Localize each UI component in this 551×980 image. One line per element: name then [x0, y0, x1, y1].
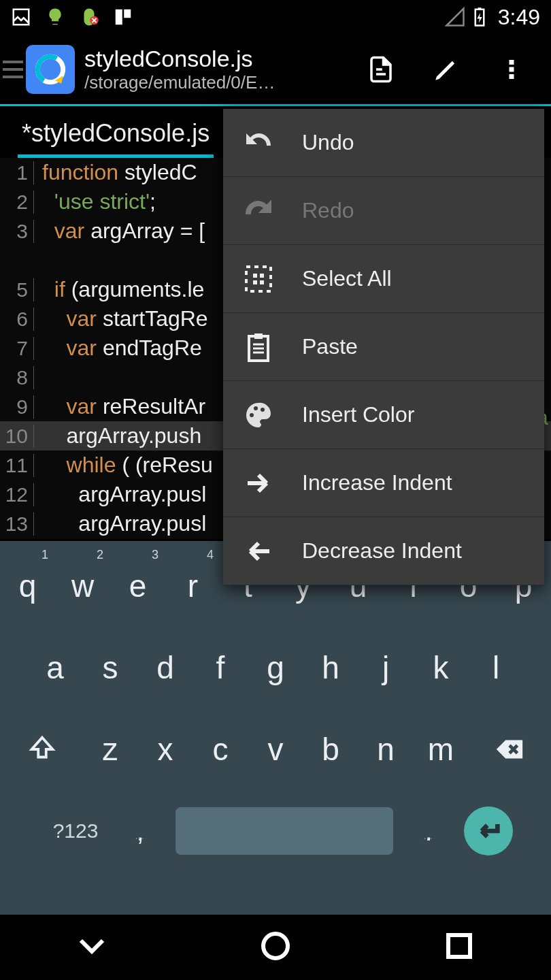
key-b[interactable]: b [303, 708, 358, 790]
line-number: 11 [0, 454, 34, 477]
status-time: 3:49 [498, 5, 540, 30]
navigation-bar [0, 915, 551, 980]
key-x[interactable]: x [138, 708, 193, 790]
menu-item-undo[interactable]: Undo [223, 109, 544, 177]
key-f[interactable]: f [193, 627, 248, 708]
menu-item-palette[interactable]: Insert Color [223, 381, 544, 449]
key-k[interactable]: k [414, 627, 469, 708]
code-text[interactable]: function styledC [34, 160, 197, 185]
edit-action-button[interactable] [414, 37, 479, 102]
nav-home-button[interactable] [259, 930, 292, 965]
svg-point-20 [261, 408, 265, 412]
selall-icon [242, 263, 275, 295]
menu-item-paste[interactable]: Paste [223, 313, 544, 381]
code-text[interactable]: if (arguments.le [34, 277, 204, 302]
key-d[interactable]: d [138, 627, 193, 708]
code-text[interactable]: while ( (reResu [34, 453, 213, 478]
menu-button[interactable] [0, 61, 23, 78]
key-a[interactable]: a [28, 627, 83, 708]
file-title: styledConsole.js [84, 46, 348, 72]
key-z[interactable]: z [83, 708, 138, 790]
key-c[interactable]: c [193, 708, 248, 790]
menu-item-label: Redo [302, 198, 354, 223]
menu-item-label: Select All [302, 266, 392, 291]
code-text[interactable]: var argArray = [ [34, 218, 205, 244]
right-icon [242, 467, 275, 500]
left-icon [242, 535, 275, 568]
code-text[interactable]: var reResultAr [34, 394, 205, 419]
paste-icon [242, 331, 275, 363]
menu-item-right[interactable]: Increase Indent [223, 449, 544, 517]
svg-rect-11 [246, 267, 271, 291]
bulb-icon [45, 7, 65, 27]
key-s[interactable]: s [83, 627, 138, 708]
svg-point-18 [250, 413, 254, 417]
line-number: 12 [0, 483, 34, 506]
svg-rect-13 [260, 274, 264, 278]
menu-item-label: Insert Color [302, 402, 414, 427]
svg-rect-5 [478, 7, 481, 10]
tab-active[interactable]: *styledConsole.js [18, 112, 214, 158]
line-number: 7 [0, 337, 34, 360]
key-backspace[interactable] [469, 708, 550, 790]
file-action-button[interactable] [348, 37, 414, 102]
key-l[interactable]: l [469, 627, 524, 708]
svg-point-19 [254, 406, 258, 410]
svg-rect-17 [254, 333, 263, 339]
key-comma[interactable]: ,… [113, 816, 167, 847]
key-v[interactable]: v [248, 708, 303, 790]
battery-charging-icon [469, 7, 490, 27]
key-j[interactable]: j [358, 627, 414, 708]
nav-recent-button[interactable] [443, 930, 475, 965]
app-bar: styledConsole.js /storage/emulated/0/E… [0, 34, 551, 106]
code-text[interactable]: var endTagRe [34, 336, 202, 361]
redo-icon [242, 195, 275, 227]
svg-rect-3 [124, 10, 131, 18]
svg-rect-2 [116, 10, 122, 25]
context-menu: UndoRedoSelect AllPasteInsert ColorIncre… [223, 109, 544, 585]
menu-item-label: Decrease Indent [302, 538, 462, 564]
svg-rect-10 [510, 74, 514, 79]
key-period[interactable]: .… [401, 816, 456, 847]
menu-item-selall[interactable]: Select All [223, 245, 544, 313]
svg-rect-12 [253, 274, 257, 278]
key-g[interactable]: g [248, 627, 303, 708]
code-text[interactable]: argArray.pusl [34, 511, 206, 536]
nav-back-button[interactable] [76, 930, 108, 965]
code-text[interactable]: argArray.push [34, 423, 201, 448]
app-notif-icon [113, 7, 133, 27]
line-number: 13 [0, 512, 34, 536]
code-text[interactable]: 'use strict'; [34, 189, 156, 214]
key-shift[interactable] [1, 708, 83, 790]
line-number: 1 [0, 161, 34, 184]
key-space[interactable] [176, 807, 393, 855]
svg-point-21 [263, 934, 288, 958]
code-text[interactable]: var startTagRe [34, 306, 208, 331]
line-number: 8 [0, 366, 34, 389]
code-text[interactable]: argArray.pusl [34, 482, 206, 507]
key-r[interactable]: r4 [165, 545, 220, 627]
key-h[interactable]: h [303, 627, 358, 708]
soft-keyboard: q1w2e3r4t5y6u7i8o9p0 asdfghjkl zxcvbnm ?… [0, 541, 551, 915]
line-number: 10 [0, 425, 34, 448]
file-path: /storage/emulated/0/E… [84, 72, 348, 93]
svg-rect-14 [253, 280, 257, 284]
key-w[interactable]: w2 [55, 545, 110, 627]
line-number: 3 [0, 220, 34, 243]
key-m[interactable]: m [414, 708, 469, 790]
key-q[interactable]: q1 [0, 545, 55, 627]
svg-rect-22 [448, 935, 470, 957]
svg-rect-9 [510, 67, 514, 71]
overflow-button[interactable] [479, 37, 544, 102]
status-bar: 3:49 [0, 0, 551, 34]
svg-rect-0 [14, 10, 29, 25]
key-symbols[interactable]: ?123 [38, 819, 113, 843]
key-e[interactable]: e3 [110, 545, 165, 627]
key-n[interactable]: n [358, 708, 414, 790]
svg-rect-15 [260, 280, 264, 284]
menu-item-left[interactable]: Decrease Indent [223, 517, 544, 585]
undo-icon [242, 127, 275, 159]
gallery-icon [11, 7, 31, 27]
menu-item-label: Paste [302, 334, 358, 359]
key-enter[interactable] [464, 806, 513, 855]
